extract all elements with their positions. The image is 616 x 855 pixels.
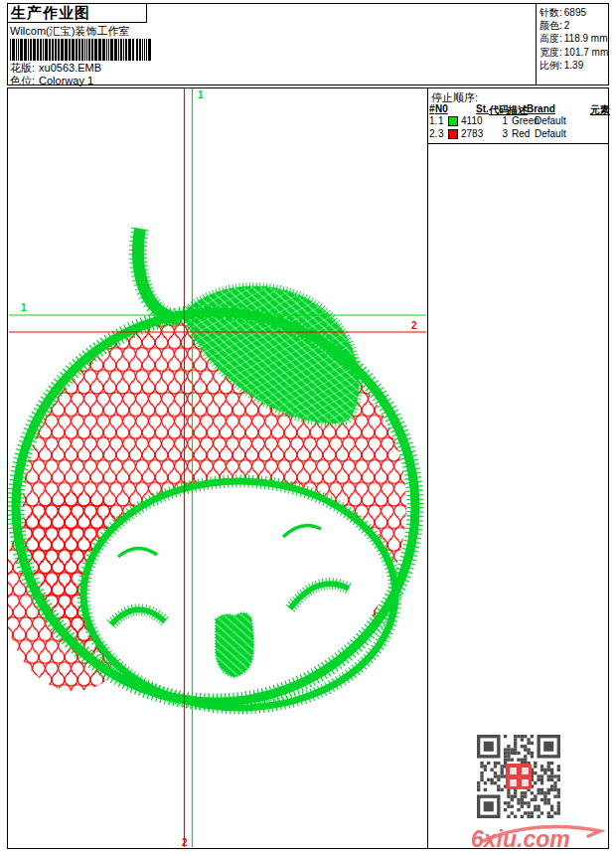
start-label-left: 1 — [21, 302, 27, 313]
pattern-value: xu0563.EMB — [39, 62, 101, 74]
color-swatch — [448, 116, 458, 126]
scale-row: 比例:1.39 — [539, 59, 608, 72]
height-row: 高度:118.9 mm — [539, 32, 608, 45]
header-section: 生产作业图 Wilcom(汇宝)装饰工作室 花版:xu0563.EMB 色位:C… — [7, 3, 609, 86]
embroidery-design: 1 1 2 2 — [8, 88, 427, 847]
col-header-element: 元素 — [590, 103, 610, 117]
company-name: Wilcom(汇宝)装饰工作室 — [10, 25, 129, 38]
col-header-index: # — [429, 103, 435, 114]
stitch-count-row: 针数:6895 — [539, 6, 608, 19]
col-header-needle: N0 — [435, 103, 448, 114]
production-worksheet-page: 生产作业图 Wilcom(汇宝)装饰工作室 花版:xu0563.EMB 色位:C… — [0, 0, 616, 855]
site-watermark: 6xiu.com — [471, 827, 615, 853]
start-label-top: 1 — [198, 89, 204, 100]
barcode — [10, 39, 154, 61]
page-title-box: 生产作业图 — [7, 3, 147, 23]
col-header-stitches: St. — [476, 103, 489, 114]
color-count-row: 颜色:2 — [539, 19, 608, 32]
stem — [138, 229, 180, 320]
qr-center-stamp — [506, 764, 532, 789]
width-row: 宽度:101.7 mm — [539, 46, 608, 59]
design-info-box: 针数:6895 颜色:2 高度:118.9 mm 宽度:101.7 mm 比例:… — [536, 3, 608, 85]
col-header-brand: Brand — [527, 103, 555, 114]
colorway-field: 色位:Colorway 1 — [10, 75, 93, 87]
page-title: 生产作业图 — [8, 4, 146, 21]
end-label-bottom: 2 — [182, 837, 188, 847]
watermark-text: 6xiu.com — [471, 826, 570, 852]
mouth — [216, 612, 253, 677]
design-canvas-area: 1 1 2 2 停止顺序: # N0 St. 代码 描述 Brand 元素 1.… — [7, 87, 609, 849]
pattern-field: 花版:xu0563.EMB — [10, 62, 101, 75]
end-label-right: 2 — [411, 320, 417, 331]
color-swatch — [448, 129, 458, 139]
table-bottom-rule — [427, 143, 608, 144]
pattern-label: 花版: — [10, 62, 35, 74]
panel-divider — [427, 88, 428, 848]
colorway-label: 色位: — [10, 75, 35, 86]
colorway-value: Colorway 1 — [39, 75, 93, 86]
